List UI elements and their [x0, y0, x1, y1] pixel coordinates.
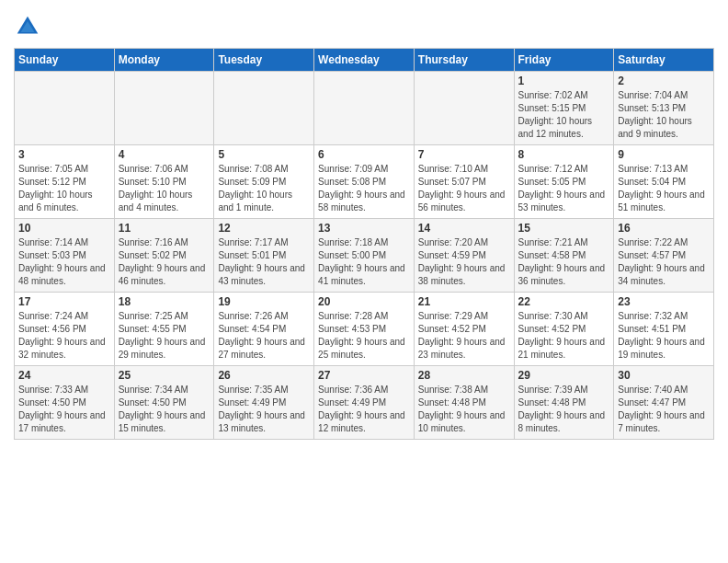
calendar-cell: 8Sunrise: 7:12 AM Sunset: 5:05 PM Daylig… [514, 145, 614, 219]
day-info: Sunrise: 7:22 AM Sunset: 4:57 PM Dayligh… [618, 237, 705, 286]
calendar-cell: 13Sunrise: 7:18 AM Sunset: 5:00 PM Dayli… [314, 219, 415, 293]
calendar-cell: 21Sunrise: 7:29 AM Sunset: 4:52 PM Dayli… [414, 293, 514, 366]
calendar-header-saturday: Saturday [614, 49, 714, 72]
calendar-header-tuesday: Tuesday [214, 49, 314, 72]
day-number: 30 [618, 369, 710, 382]
day-number: 27 [318, 369, 410, 382]
day-number: 23 [618, 295, 710, 308]
day-number: 13 [318, 222, 410, 235]
day-number: 22 [518, 295, 610, 308]
calendar-header-thursday: Thursday [414, 49, 514, 72]
day-number: 5 [218, 148, 310, 161]
calendar-cell: 14Sunrise: 7:20 AM Sunset: 4:59 PM Dayli… [414, 219, 514, 293]
day-info: Sunrise: 7:28 AM Sunset: 4:53 PM Dayligh… [318, 311, 405, 360]
day-number: 25 [119, 369, 210, 382]
day-info: Sunrise: 7:25 AM Sunset: 4:55 PM Dayligh… [119, 311, 206, 360]
day-number: 15 [518, 222, 610, 235]
day-info: Sunrise: 7:08 AM Sunset: 5:09 PM Dayligh… [218, 164, 292, 213]
day-info: Sunrise: 7:40 AM Sunset: 4:47 PM Dayligh… [618, 385, 705, 433]
calendar-cell [414, 72, 514, 145]
calendar-cell: 29Sunrise: 7:39 AM Sunset: 4:48 PM Dayli… [514, 366, 614, 440]
calendar-cell [15, 72, 115, 145]
logo-icon [14, 13, 41, 40]
day-info: Sunrise: 7:09 AM Sunset: 5:08 PM Dayligh… [318, 164, 405, 213]
day-info: Sunrise: 7:18 AM Sunset: 5:00 PM Dayligh… [318, 237, 405, 286]
day-number: 26 [218, 369, 310, 382]
calendar-cell: 10Sunrise: 7:14 AM Sunset: 5:03 PM Dayli… [15, 219, 115, 293]
calendar-cell: 2Sunrise: 7:04 AM Sunset: 5:13 PM Daylig… [614, 72, 714, 145]
calendar-cell: 1Sunrise: 7:02 AM Sunset: 5:15 PM Daylig… [514, 72, 614, 145]
day-info: Sunrise: 7:36 AM Sunset: 4:49 PM Dayligh… [318, 385, 405, 433]
calendar-cell: 4Sunrise: 7:06 AM Sunset: 5:10 PM Daylig… [114, 145, 214, 219]
calendar-cell: 3Sunrise: 7:05 AM Sunset: 5:12 PM Daylig… [15, 145, 115, 219]
day-number: 1 [518, 75, 610, 87]
calendar-week-row: 1Sunrise: 7:02 AM Sunset: 5:15 PM Daylig… [15, 72, 714, 145]
calendar-cell: 6Sunrise: 7:09 AM Sunset: 5:08 PM Daylig… [314, 145, 415, 219]
day-info: Sunrise: 7:20 AM Sunset: 4:59 PM Dayligh… [418, 237, 506, 286]
day-info: Sunrise: 7:21 AM Sunset: 4:58 PM Dayligh… [518, 237, 606, 286]
day-info: Sunrise: 7:26 AM Sunset: 4:54 PM Dayligh… [218, 311, 305, 360]
calendar-week-row: 17Sunrise: 7:24 AM Sunset: 4:56 PM Dayli… [15, 293, 714, 366]
calendar-cell: 15Sunrise: 7:21 AM Sunset: 4:58 PM Dayli… [514, 219, 614, 293]
logo [14, 13, 43, 40]
calendar-week-row: 24Sunrise: 7:33 AM Sunset: 4:50 PM Dayli… [15, 366, 714, 440]
calendar-cell: 11Sunrise: 7:16 AM Sunset: 5:02 PM Dayli… [114, 219, 214, 293]
calendar-cell: 17Sunrise: 7:24 AM Sunset: 4:56 PM Dayli… [15, 293, 115, 366]
day-info: Sunrise: 7:32 AM Sunset: 4:51 PM Dayligh… [618, 311, 705, 360]
day-number: 19 [218, 295, 310, 308]
day-number: 24 [18, 369, 110, 382]
calendar-table: SundayMondayTuesdayWednesdayThursdayFrid… [14, 48, 714, 440]
day-number: 7 [418, 148, 510, 161]
day-info: Sunrise: 7:30 AM Sunset: 4:52 PM Dayligh… [518, 311, 606, 360]
day-number: 29 [518, 369, 610, 382]
calendar-cell: 26Sunrise: 7:35 AM Sunset: 4:49 PM Dayli… [214, 366, 314, 440]
day-info: Sunrise: 7:34 AM Sunset: 4:50 PM Dayligh… [119, 385, 206, 433]
day-number: 21 [418, 295, 510, 308]
day-number: 17 [18, 295, 110, 308]
day-number: 6 [318, 148, 410, 161]
day-info: Sunrise: 7:05 AM Sunset: 5:12 PM Dayligh… [18, 164, 93, 213]
day-info: Sunrise: 7:24 AM Sunset: 4:56 PM Dayligh… [18, 311, 106, 360]
calendar-cell: 24Sunrise: 7:33 AM Sunset: 4:50 PM Dayli… [15, 366, 115, 440]
calendar-cell: 30Sunrise: 7:40 AM Sunset: 4:47 PM Dayli… [614, 366, 714, 440]
page-container: SundayMondayTuesdayWednesdayThursdayFrid… [0, 0, 728, 449]
day-info: Sunrise: 7:10 AM Sunset: 5:07 PM Dayligh… [418, 164, 506, 213]
calendar-header-wednesday: Wednesday [314, 49, 415, 72]
day-info: Sunrise: 7:16 AM Sunset: 5:02 PM Dayligh… [119, 237, 206, 286]
calendar-week-row: 10Sunrise: 7:14 AM Sunset: 5:03 PM Dayli… [15, 219, 714, 293]
day-info: Sunrise: 7:17 AM Sunset: 5:01 PM Dayligh… [218, 237, 305, 286]
calendar-cell: 12Sunrise: 7:17 AM Sunset: 5:01 PM Dayli… [214, 219, 314, 293]
calendar-cell: 23Sunrise: 7:32 AM Sunset: 4:51 PM Dayli… [614, 293, 714, 366]
day-number: 18 [119, 295, 210, 308]
day-info: Sunrise: 7:13 AM Sunset: 5:04 PM Dayligh… [618, 164, 705, 213]
calendar-week-row: 3Sunrise: 7:05 AM Sunset: 5:12 PM Daylig… [15, 145, 714, 219]
calendar-cell: 27Sunrise: 7:36 AM Sunset: 4:49 PM Dayli… [314, 366, 415, 440]
page-header [14, 9, 714, 40]
day-info: Sunrise: 7:02 AM Sunset: 5:15 PM Dayligh… [518, 90, 593, 139]
calendar-cell: 25Sunrise: 7:34 AM Sunset: 4:50 PM Dayli… [114, 366, 214, 440]
day-info: Sunrise: 7:04 AM Sunset: 5:13 PM Dayligh… [618, 90, 692, 139]
calendar-cell: 19Sunrise: 7:26 AM Sunset: 4:54 PM Dayli… [214, 293, 314, 366]
day-number: 4 [119, 148, 210, 161]
calendar-cell [114, 72, 214, 145]
calendar-cell [314, 72, 415, 145]
day-number: 8 [518, 148, 610, 161]
calendar-header-sunday: Sunday [15, 49, 115, 72]
day-info: Sunrise: 7:33 AM Sunset: 4:50 PM Dayligh… [18, 385, 106, 433]
day-number: 28 [418, 369, 510, 382]
day-number: 10 [18, 222, 110, 235]
calendar-header-row: SundayMondayTuesdayWednesdayThursdayFrid… [15, 49, 714, 72]
calendar-cell: 5Sunrise: 7:08 AM Sunset: 5:09 PM Daylig… [214, 145, 314, 219]
day-info: Sunrise: 7:39 AM Sunset: 4:48 PM Dayligh… [518, 385, 606, 433]
day-number: 11 [119, 222, 210, 235]
calendar-cell: 20Sunrise: 7:28 AM Sunset: 4:53 PM Dayli… [314, 293, 415, 366]
calendar-cell: 9Sunrise: 7:13 AM Sunset: 5:04 PM Daylig… [614, 145, 714, 219]
day-info: Sunrise: 7:29 AM Sunset: 4:52 PM Dayligh… [418, 311, 506, 360]
day-number: 2 [618, 75, 710, 87]
day-number: 12 [218, 222, 310, 235]
calendar-cell: 28Sunrise: 7:38 AM Sunset: 4:48 PM Dayli… [414, 366, 514, 440]
day-info: Sunrise: 7:38 AM Sunset: 4:48 PM Dayligh… [418, 385, 506, 433]
calendar-header-monday: Monday [114, 49, 214, 72]
day-number: 14 [418, 222, 510, 235]
calendar-cell [214, 72, 314, 145]
